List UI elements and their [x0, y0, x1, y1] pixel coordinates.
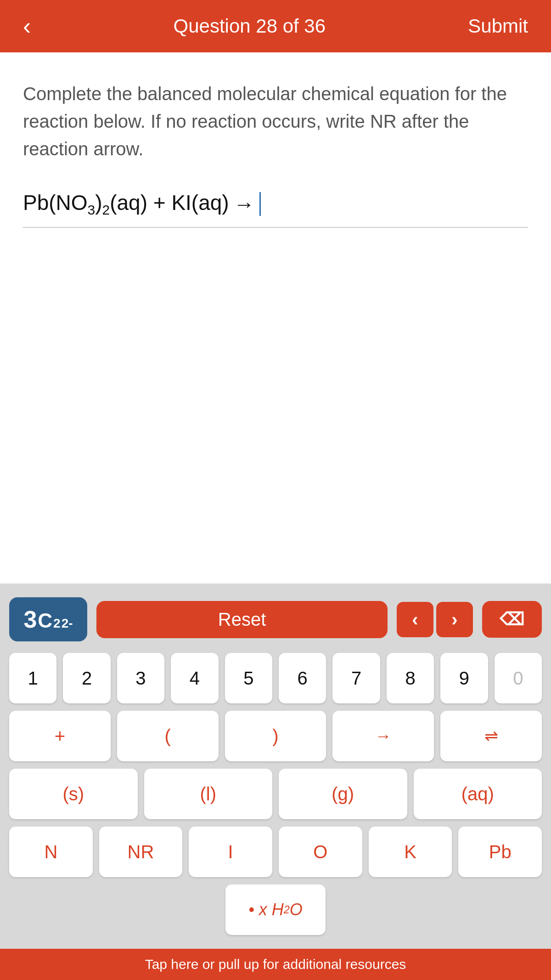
key-6[interactable]: 6	[279, 653, 326, 703]
footer[interactable]: Tap here or pull up for additional resou…	[0, 949, 551, 980]
key-2[interactable]: 2	[63, 653, 110, 703]
key-equilibrium-arrow[interactable]: ⇌	[440, 711, 542, 761]
question-progress: Question 28 of 36	[174, 15, 326, 37]
key-water[interactable]: • x H2O	[225, 884, 326, 935]
water-row: • x H2O	[9, 884, 542, 935]
header: ‹ Question 28 of 36 Submit	[0, 0, 551, 52]
keyboard-toolbar: 3 C 2 2- Reset ‹ › ⌫	[9, 597, 542, 641]
key-close-paren[interactable]: )	[225, 711, 326, 761]
key-aqueous[interactable]: (aq)	[414, 769, 542, 819]
question-text: Complete the balanced molecular chemical…	[23, 80, 528, 163]
back-button[interactable]: ‹	[23, 12, 31, 40]
water-subscript: 2	[284, 904, 290, 916]
keyboard-area: 3 C 2 2- Reset ‹ › ⌫ 1 2 3 4 5 6 7 8 9 0…	[0, 583, 551, 949]
coeff-subscript: 2	[53, 616, 61, 631]
key-plus[interactable]: +	[9, 711, 111, 761]
equation-arrow: →	[234, 192, 255, 216]
coeff-c: C	[38, 609, 52, 632]
reset-button[interactable]: Reset	[96, 601, 388, 638]
key-Pb[interactable]: Pb	[458, 827, 542, 877]
key-5[interactable]: 5	[225, 653, 272, 703]
key-9[interactable]: 9	[440, 653, 488, 703]
key-forward-arrow[interactable]: →	[332, 711, 434, 761]
key-gas[interactable]: (g)	[279, 769, 407, 819]
footer-text: Tap here or pull up for additional resou…	[145, 957, 406, 972]
key-N[interactable]: N	[9, 827, 93, 877]
key-7[interactable]: 7	[332, 653, 380, 703]
delete-icon: ⌫	[500, 609, 524, 629]
key-0[interactable]: 0	[495, 653, 542, 703]
equation-area[interactable]: Pb(NO3)2(aq) + KI(aq) →	[23, 190, 528, 228]
text-cursor	[259, 192, 261, 216]
nav-left-button[interactable]: ‹	[397, 602, 433, 637]
coeff-superscript: 2-	[62, 616, 73, 631]
submit-button[interactable]: Submit	[468, 15, 528, 37]
key-liquid[interactable]: (l)	[144, 769, 273, 819]
nav-buttons: ‹ ›	[397, 602, 473, 637]
elements-row: N NR I O K Pb	[9, 827, 542, 877]
key-solid[interactable]: (s)	[9, 769, 138, 819]
delete-button[interactable]: ⌫	[482, 601, 542, 638]
main-content: Complete the balanced molecular chemical…	[0, 52, 551, 583]
key-open-paren[interactable]: (	[117, 711, 219, 761]
equation-left: Pb(NO3)2(aq) + KI(aq)	[23, 190, 229, 218]
key-O[interactable]: O	[279, 827, 362, 877]
key-K[interactable]: K	[369, 827, 452, 877]
key-I[interactable]: I	[189, 827, 272, 877]
coefficient-button[interactable]: 3 C 2 2-	[9, 597, 87, 641]
water-x: x	[259, 900, 267, 919]
nav-right-button[interactable]: ›	[436, 602, 473, 637]
states-row: (s) (l) (g) (aq)	[9, 769, 542, 819]
key-4[interactable]: 4	[171, 653, 218, 703]
coeff-number: 3	[23, 606, 37, 633]
key-8[interactable]: 8	[387, 653, 434, 703]
number-row: 1 2 3 4 5 6 7 8 9 0	[9, 653, 542, 703]
key-1[interactable]: 1	[9, 653, 56, 703]
key-NR[interactable]: NR	[99, 827, 183, 877]
equation-input-field[interactable]	[259, 190, 287, 218]
symbols-row: + ( ) → ⇌	[9, 711, 542, 761]
key-3[interactable]: 3	[117, 653, 164, 703]
